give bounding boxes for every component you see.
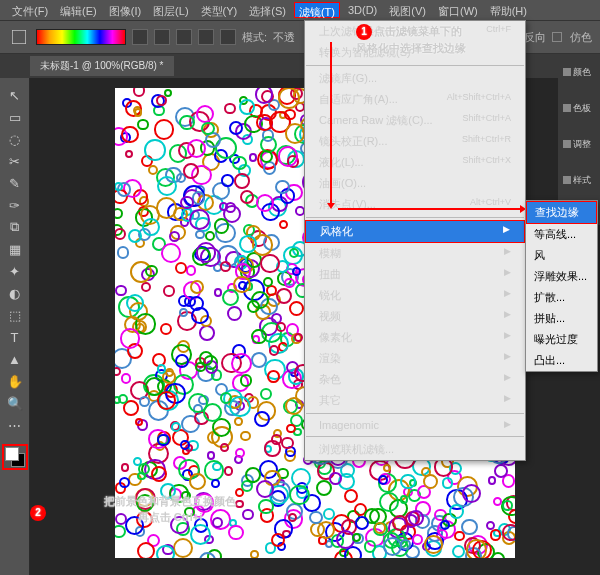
- menu-3[interactable]: 图层(L): [149, 2, 192, 18]
- submenu-item[interactable]: 凸出...: [526, 350, 597, 371]
- marquee-tool[interactable]: ▭: [4, 106, 26, 128]
- menu-item[interactable]: 扭曲▶: [305, 264, 525, 285]
- submenu-item[interactable]: 等高线...: [526, 224, 597, 245]
- menu-item[interactable]: 自适应广角(A)...Alt+Shift+Ctrl+A: [305, 89, 525, 110]
- dodge-tool[interactable]: ◐: [4, 282, 26, 304]
- menu-item[interactable]: 液化(L)...Shift+Ctrl+X: [305, 152, 525, 173]
- gradient-type-linear[interactable]: [132, 29, 148, 45]
- filter-menu-dropdown: 上次滤镜操作(F)Ctrl+F转换为智能滤镜(S)滤镜库(G)...自适应广角(…: [304, 20, 526, 461]
- gradient-tool[interactable]: ▦: [4, 238, 26, 260]
- menu-7[interactable]: 3D(D): [344, 2, 381, 18]
- brush-tool[interactable]: ✑: [4, 194, 26, 216]
- annotation-arrow-1: [330, 42, 332, 207]
- menu-4[interactable]: 类型(Y): [197, 2, 242, 18]
- menu-item[interactable]: 风格化▶: [305, 220, 525, 243]
- gradient-type-radial[interactable]: [154, 29, 170, 45]
- annotation-text-1: 1点击滤镜菜单下的风格化中选择查找边缘: [356, 23, 466, 56]
- annotation-badge-2: 2: [30, 505, 46, 521]
- move-tool[interactable]: ↖: [4, 84, 26, 106]
- eyedropper-tool[interactable]: ✎: [4, 172, 26, 194]
- submenu-item[interactable]: 拼贴...: [526, 308, 597, 329]
- menu-item[interactable]: 视频▶: [305, 306, 525, 327]
- menu-8[interactable]: 视图(V): [385, 2, 430, 18]
- foreground-color[interactable]: [5, 447, 19, 461]
- submenu-item[interactable]: 查找边缘: [526, 201, 597, 224]
- annotation-text-2: 2把前景色和背景色互换颜色再点击 Ctrl+i: [70, 493, 270, 525]
- menu-item[interactable]: 滤镜库(G)...: [305, 68, 525, 89]
- menu-1[interactable]: 编辑(E): [56, 2, 101, 18]
- submenu-item[interactable]: 扩散...: [526, 287, 597, 308]
- dither-checkbox[interactable]: [552, 32, 562, 42]
- gradient-type-angle[interactable]: [176, 29, 192, 45]
- menu-item[interactable]: 油画(O)...: [305, 173, 525, 194]
- menu-item[interactable]: Imagenomic▶: [305, 416, 525, 434]
- shape-tool[interactable]: ▲: [4, 348, 26, 370]
- menu-2[interactable]: 图像(I): [105, 2, 145, 18]
- menu-0[interactable]: 文件(F): [8, 2, 52, 18]
- gradient-preview[interactable]: [36, 29, 126, 45]
- menu-item[interactable]: Camera Raw 滤镜(C)...Shift+Ctrl+A: [305, 110, 525, 131]
- hand-tool[interactable]: ✋: [4, 370, 26, 392]
- stamp-tool[interactable]: ⧉: [4, 216, 26, 238]
- menu-item[interactable]: 像素化▶: [305, 327, 525, 348]
- submenu-item[interactable]: 风: [526, 245, 597, 266]
- opacity-label: 不透: [273, 30, 295, 45]
- menu-item[interactable]: 模糊▶: [305, 243, 525, 264]
- stylize-submenu: 查找边缘等高线...风浮雕效果...扩散...拼贴...曝光过度凸出...: [525, 200, 598, 372]
- lasso-tool[interactable]: ◌: [4, 128, 26, 150]
- blur-tool[interactable]: ✦: [4, 260, 26, 282]
- annotation-arrow-2: [338, 208, 524, 210]
- svg-rect-0: [12, 30, 26, 44]
- menu-item[interactable]: 其它▶: [305, 390, 525, 411]
- panel-tab[interactable]: 样式: [563, 171, 595, 189]
- gradient-type-reflected[interactable]: [198, 29, 214, 45]
- type-tool[interactable]: T: [4, 326, 26, 348]
- zoom-tool[interactable]: 🔍: [4, 392, 26, 414]
- menu-9[interactable]: 窗口(W): [434, 2, 482, 18]
- annotation-badge-1: 1: [356, 24, 372, 40]
- more-tool[interactable]: ⋯: [4, 414, 26, 436]
- gradient-tool-icon: [8, 26, 30, 48]
- menu-item[interactable]: 镜头校正(R)...Shift+Ctrl+R: [305, 131, 525, 152]
- path-tool[interactable]: ⬚: [4, 304, 26, 326]
- mode-label: 模式:: [242, 30, 267, 45]
- menu-bar: 文件(F)编辑(E)图像(I)图层(L)类型(Y)选择(S)滤镜(T)3D(D)…: [0, 0, 600, 20]
- toolbox: ↖▭◌✂✎✑⧉▦✦◐⬚T▲✋🔍⋯: [0, 78, 30, 575]
- color-swatch[interactable]: [2, 444, 28, 470]
- gradient-type-diamond[interactable]: [220, 29, 236, 45]
- menu-item[interactable]: 消失点(V)...Alt+Ctrl+V: [305, 194, 525, 215]
- menu-5[interactable]: 选择(S): [245, 2, 290, 18]
- panel-tab[interactable]: 色板: [563, 99, 595, 117]
- menu-item[interactable]: 杂色▶: [305, 369, 525, 390]
- menu-item[interactable]: 渲染▶: [305, 348, 525, 369]
- panel-tab[interactable]: 调整: [563, 135, 595, 153]
- menu-6[interactable]: 滤镜(T): [294, 2, 340, 18]
- panel-tab[interactable]: 颜色: [563, 63, 595, 81]
- crop-tool[interactable]: ✂: [4, 150, 26, 172]
- menu-10[interactable]: 帮助(H): [486, 2, 531, 18]
- submenu-item[interactable]: 曝光过度: [526, 329, 597, 350]
- submenu-item[interactable]: 浮雕效果...: [526, 266, 597, 287]
- document-tab[interactable]: 未标题-1 @ 100%(RGB/8) *: [30, 56, 174, 76]
- menu-item[interactable]: 锐化▶: [305, 285, 525, 306]
- menu-item[interactable]: 浏览联机滤镜...: [305, 439, 525, 460]
